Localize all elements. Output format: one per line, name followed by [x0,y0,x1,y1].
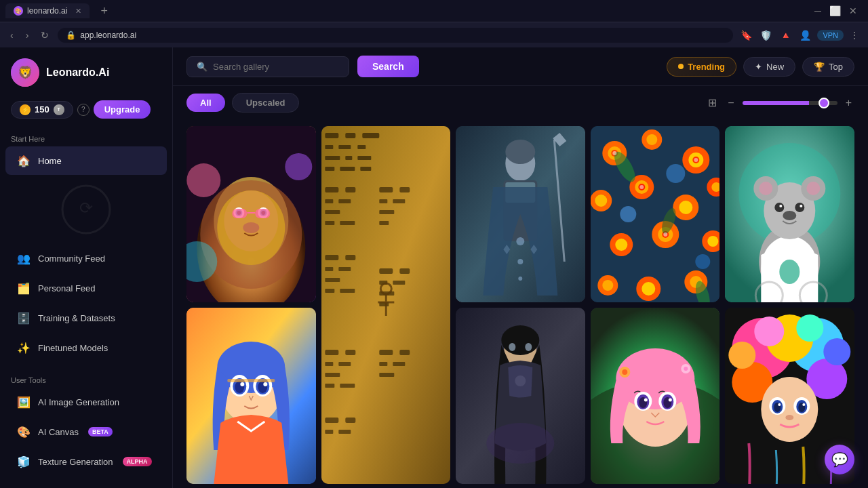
filter-all-button[interactable]: All [186,94,225,112]
svg-point-144 [775,203,785,212]
svg-text:⟳: ⟳ [79,199,93,217]
profile-button[interactable]: 👤 [797,28,813,43]
zoom-thumb[interactable] [818,98,829,108]
grid-view-button[interactable]: ⊞ [705,94,719,112]
zoom-in-button[interactable]: + [843,94,854,112]
gallery-container[interactable]: # ↗ [173,119,868,488]
address-bar[interactable]: 🔒 app.leonardo.ai [58,28,733,43]
top-button[interactable]: 🏆 Top [802,57,854,77]
gallery-item-4[interactable]: # ↗ [591,126,720,302]
item-9-action-1[interactable]: # [812,312,830,329]
trending-button[interactable]: Trending [667,57,736,77]
new-button[interactable]: ✦ New [743,57,795,77]
close-tab-button[interactable]: ✕ [75,7,81,16]
min-button[interactable]: ─ [814,5,821,16]
item-9-action-2[interactable]: ↗ [833,312,850,329]
svg-rect-69 [379,350,393,355]
svg-point-145 [780,205,783,207]
svg-rect-38 [325,199,333,203]
tokens-icon: T [54,104,64,115]
sidebar-item-finetuned-models[interactable]: ✨ Finetuned Models [5,333,167,362]
search-button[interactable]: Search [357,56,419,77]
search-box: 🔍 [186,56,349,77]
item-3-action-2[interactable]: ⬡ [543,130,561,148]
personal-feed-icon: 🗂️ [16,281,31,296]
item-7-action-1[interactable]: ⊘ [564,312,581,329]
zoom-slider[interactable] [743,101,837,105]
app-container: 🦁 Leonardo.Ai ⚡ 150 T ? Upgrade Start He… [0,0,868,488]
item-3-action-3[interactable]: ↗ [564,130,581,148]
forward-button[interactable]: › [22,28,33,43]
new-label: New [766,62,784,72]
gallery-item-5[interactable]: # ↗ [725,126,854,302]
item-3-action-1[interactable]: # [523,130,540,148]
svg-point-184 [669,399,672,402]
back-button[interactable]: ‹ [7,28,17,43]
sidebar-item-texture-generation[interactable]: 🧊 Texture Generation ALPHA [5,447,167,476]
gallery-item-1[interactable]: # ↗ [186,126,316,302]
bookmark-button[interactable]: 🔖 [738,28,754,43]
svg-rect-71 [379,362,387,366]
search-input[interactable] [213,62,339,72]
menu-button[interactable]: ⋮ [848,28,861,43]
personal-feed-label: Personal Feed [38,283,96,293]
sidebar: 🦁 Leonardo.Ai ⚡ 150 T ? Upgrade Start He… [0,47,173,488]
gallery-item-2[interactable]: # ↗ [321,126,451,484]
svg-rect-66 [325,373,340,377]
sidebar-item-personal-feed[interactable]: 🗂️ Personal Feed [5,274,167,302]
sidebar-item-ai-image-generation[interactable]: 🖼️ AI Image Generation [5,388,167,416]
item-6-action-3[interactable]: ↗ [294,312,312,329]
sidebar-item-home[interactable]: 🏠 Home [5,146,167,175]
sidebar-item-community-feed[interactable]: 👥 Community Feed [5,244,167,272]
svg-point-194 [824,338,851,365]
svg-rect-50 [379,187,393,192]
svg-rect-57 [399,268,410,274]
shield-button[interactable]: 🛡️ [758,28,774,43]
sidebar-item-ai-canvas[interactable]: 🎨 AI Canvas BETA [5,418,167,446]
filter-upscaled-button[interactable]: Upscaled [232,93,300,113]
zoom-track[interactable] [743,101,837,105]
close-button[interactable]: ✕ [849,5,857,16]
item-1-action-1[interactable]: # [274,130,292,148]
svg-rect-63 [345,350,355,355]
chat-bubble[interactable]: 💬 [825,445,854,474]
item-4-action-1[interactable]: # [677,130,695,148]
svg-rect-64 [325,362,333,366]
item-5-action-1[interactable]: # [812,130,830,148]
vpn-button[interactable]: VPN [817,30,844,41]
new-tab-button[interactable]: + [92,1,116,21]
refresh-button[interactable]: ↻ [37,28,52,43]
item-5-action-2[interactable]: ↗ [833,130,850,148]
item-2-action-1[interactable]: # [408,130,426,148]
gallery-item-3[interactable]: # ⬡ ↗ [456,126,585,302]
item-8-action-2[interactable]: ⬡ [677,312,695,329]
sidebar-item-training-datasets[interactable]: 🗄️ Training & Datasets [5,304,167,332]
svg-rect-44 [345,255,355,260]
active-tab[interactable]: 🎨 leonardo.ai ✕ [5,3,90,18]
svg-rect-67 [325,384,334,388]
svg-rect-34 [340,167,355,171]
start-here-label: Start Here [0,129,172,146]
svg-rect-24 [325,133,338,138]
svg-point-132 [639,185,644,189]
max-button[interactable]: ⬜ [829,5,841,16]
item-8-action-3[interactable]: ↗ [698,312,715,329]
item-8-action-1[interactable]: # [657,312,675,329]
svg-point-130 [612,151,616,155]
svg-rect-74 [325,418,338,423]
svg-point-9 [224,190,278,251]
item-1-action-2[interactable]: ↗ [294,130,312,148]
item-4-action-2[interactable]: ↗ [698,130,715,148]
gallery-item-7[interactable]: ⊘ [456,308,585,484]
gallery-item-8[interactable]: # ⬡ ↗ [591,308,720,484]
finetuned-models-label: Finetuned Models [38,343,108,353]
info-icon[interactable]: ? [77,104,90,116]
item-6-action-1[interactable]: # [254,312,271,329]
upgrade-button[interactable]: Upgrade [94,100,151,119]
item-2-action-2[interactable]: ↗ [429,130,446,148]
extension-button[interactable]: 🔺 [778,28,793,43]
top-label: Top [829,62,843,72]
item-6-action-2[interactable]: ⬡ [274,312,292,329]
gallery-item-6[interactable]: # ⬡ ↗ [186,308,316,484]
zoom-out-button[interactable]: − [725,94,736,112]
